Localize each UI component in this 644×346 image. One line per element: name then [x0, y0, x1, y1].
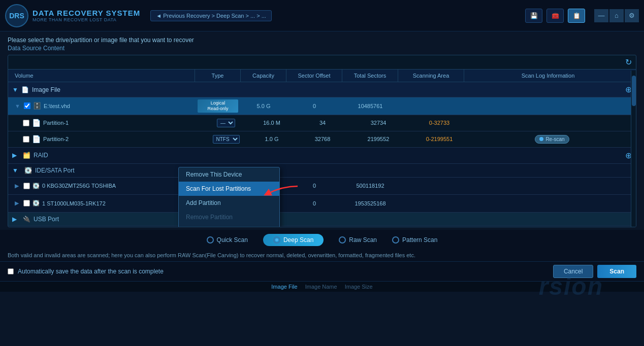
menu-view-hex[interactable]: View Hex: [179, 224, 279, 227]
cell-offset-testvhd: 0: [286, 101, 342, 111]
cell-sectors-p1: 32734: [350, 118, 406, 128]
checkbox-st[interactable]: [23, 200, 30, 206]
minimize-button[interactable]: —: [594, 9, 608, 22]
menu-remove-partition: Remove Partition: [179, 210, 279, 224]
checkbox-testvhd[interactable]: [24, 102, 30, 109]
group-ide-sata: ▼ 💽 IDE/SATA Port: [8, 164, 636, 178]
breadcrumb[interactable]: ◄ Previous Recovery > Deep Scan > ... > …: [150, 10, 272, 21]
cell-log-kbg: [464, 184, 632, 188]
checkbox-p1[interactable]: [23, 120, 29, 126]
auto-save-checkbox[interactable]: [8, 268, 14, 274]
type-select-p1[interactable]: —: [217, 119, 235, 127]
row-partition2[interactable]: 📄 Partition-2 NTFS 1.0 G 32768 2199552 0…: [8, 131, 636, 148]
app-subtitle: MORE THAN RECOVER LOST DATA: [33, 17, 140, 22]
expand-ide-sata[interactable]: ▼: [12, 167, 18, 174]
app-header: DRS DATA RECOVERY SYSTEM MORE THAN RECOV…: [0, 0, 644, 31]
pattern-scan-label: Pattern Scan: [402, 236, 437, 244]
raid-header: ▶ 🗂️ RAID ⊕: [8, 148, 636, 163]
raid-icon: 🗂️: [23, 152, 30, 159]
cell-type-p2: NTFS: [203, 133, 249, 146]
ide-icon: 💽: [24, 167, 32, 174]
deep-scan-radio[interactable]: [273, 236, 280, 244]
deep-scan-label: Deep Scan: [283, 236, 313, 244]
cell-scan-area-p2: 0-2199551: [406, 134, 472, 144]
image-file-icon: 📄: [21, 86, 29, 93]
auto-save-area: Automatically save the data after the sc…: [8, 268, 164, 275]
refresh-icon[interactable]: ↻: [625, 57, 632, 67]
group-usb: ▶ 🔌 USB Port: [8, 213, 636, 226]
cell-offset-p2: 32768: [295, 134, 350, 144]
panel-header: ↻: [8, 55, 636, 69]
checkbox-p2[interactable]: [23, 136, 29, 143]
main-content: Please select the drive/partition or ima…: [0, 31, 644, 230]
cell-log-testvhd: [464, 104, 632, 108]
raw-scan-radio[interactable]: [339, 236, 346, 244]
label-testvhd: E:\test.vhd: [44, 103, 70, 109]
cell-scan-area-st: [398, 201, 464, 205]
active-icon-btn[interactable]: 📋: [568, 9, 585, 23]
radio-inner: [275, 238, 278, 241]
col-total-sectors: Total Sectors: [342, 70, 398, 82]
app-title: DATA RECOVERY SYSTEM: [33, 9, 140, 17]
cell-type-testvhd: LogicalRead-only: [195, 97, 241, 115]
row-partition1[interactable]: 📄 Partition-1 — 16.0 M 34 32734 0-32733: [8, 115, 636, 131]
panel-scrollbar[interactable]: [631, 71, 636, 227]
label-p1: Partition-1: [43, 120, 69, 126]
quick-scan-option[interactable]: Quick Scan: [207, 236, 248, 244]
pattern-scan-option[interactable]: Pattern Scan: [392, 236, 437, 244]
scan-options-bar: Quick Scan Deep Scan Raw Scan Pattern Sc…: [0, 230, 644, 250]
tools-icon-btn[interactable]: 🧰: [546, 9, 564, 23]
scan-description: Both valid and invalid areas are scanned…: [0, 250, 644, 261]
cell-log-st: [464, 201, 632, 205]
col-scanning-area: Scanning Area: [398, 70, 464, 82]
raw-scan-label: Raw Scan: [349, 236, 377, 244]
cell-sectors-kbg: 500118192: [342, 181, 398, 191]
raw-scan-option[interactable]: Raw Scan: [339, 236, 377, 244]
window-controls: — ⌂ ⚙: [594, 9, 639, 22]
col-sector-offset: Sector Offset: [286, 70, 342, 82]
ide-sata-header: ▼ 💽 IDE/SATA Port: [8, 164, 636, 177]
quick-scan-radio[interactable]: [207, 236, 214, 244]
image-file-label: Image File: [271, 284, 297, 290]
checkbox-kbg[interactable]: [23, 183, 30, 189]
cell-capacity-p2: 1.0 G: [249, 134, 295, 144]
type-select-p2[interactable]: NTFS: [213, 135, 240, 144]
pattern-scan-radio[interactable]: [392, 236, 399, 244]
scrollbar-thumb: [632, 76, 636, 106]
instruction-text: Please select the drive/partition or ima…: [8, 37, 636, 44]
expand-raid[interactable]: ▶: [12, 152, 17, 159]
cell-scan-area-testvhd: [398, 104, 464, 108]
cell-scan-area-kbg: [398, 184, 464, 188]
group-image-file: ▼ 📄 Image File ⊕: [8, 82, 636, 97]
footer-bar: Automatically save the data after the sc…: [0, 261, 644, 281]
scan-button[interactable]: Scan: [597, 265, 636, 278]
image-size-label: Image Size: [345, 284, 373, 290]
expand-usb[interactable]: ▶: [12, 216, 17, 223]
deep-scan-option[interactable]: Deep Scan: [263, 234, 324, 246]
save-icon-btn[interactable]: 💾: [525, 9, 542, 23]
cell-log-p1: [472, 121, 632, 125]
settings-button[interactable]: ⚙: [625, 9, 639, 22]
row-kbg[interactable]: ▶ 💽 0 KBG30ZMT256G TOSHIBA LogicalRead-o…: [8, 178, 636, 195]
header-right: 💾 🧰 📋 — ⌂ ⚙: [525, 9, 639, 23]
rescan-button-p2[interactable]: Re-scan: [535, 135, 569, 144]
disk-icon-kbg: 💽: [33, 183, 40, 189]
cell-volume-testvhd: ▼ 🗄️ E:\test.vhd: [12, 100, 195, 112]
cancel-button[interactable]: Cancel: [553, 265, 593, 278]
usb-icon: 🔌: [23, 216, 30, 223]
cell-capacity-testvhd: 5.0 G: [241, 101, 286, 111]
table-body: ▼ 📄 Image File ⊕ ▼ 🗄️ E:\test.vhd Logica…: [8, 82, 636, 226]
row-st1000[interactable]: ▶ 💽 1 ST1000LM035-1RK172 LogicalRead-onl…: [8, 195, 636, 213]
cell-capacity-p1: 16.0 M: [249, 118, 295, 128]
expand-image-file[interactable]: ▼: [12, 86, 18, 93]
type-badge-testvhd: LogicalRead-only: [198, 99, 238, 113]
partition-icon-p1: 📄: [32, 119, 41, 127]
raid-label: RAID: [34, 152, 48, 159]
col-scan-log: Scan Log Information: [464, 70, 632, 82]
image-file-bar: Image File Image Name Image Size: [0, 281, 644, 292]
home-button[interactable]: ⌂: [609, 9, 624, 22]
row-test-vhd[interactable]: ▼ 🗄️ E:\test.vhd LogicalRead-only 5.0 G …: [8, 97, 636, 115]
menu-remove-device[interactable]: Remove This Device: [179, 167, 279, 182]
usb-label: USB Port: [34, 216, 59, 223]
logo-icon: DRS: [5, 4, 28, 27]
